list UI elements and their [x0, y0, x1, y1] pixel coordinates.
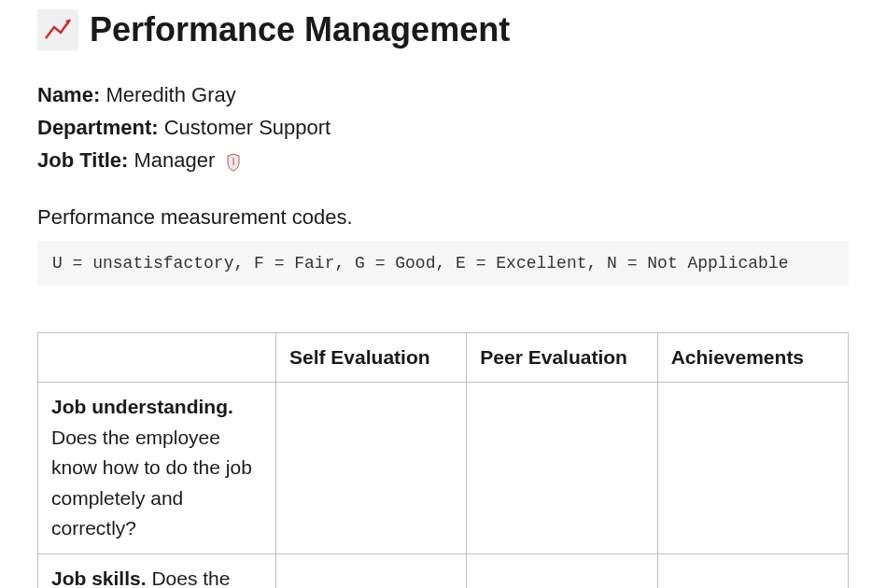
col-header-achievements: Achievements — [657, 332, 848, 383]
criteria-cell: Job skills. Does the employee process — [38, 553, 276, 588]
codes-block: U = unsatisfactory, F = Fair, G = Good, … — [37, 241, 849, 286]
job-title-label: Job Title: — [37, 148, 128, 172]
col-header-peer: Peer Evaluation — [467, 332, 657, 383]
name-label: Name: — [37, 83, 100, 106]
self-eval-cell[interactable] — [276, 553, 467, 588]
employee-job-title-line: Job Title: Manager — [37, 144, 849, 176]
row-desc: Does the employee know how to do the job… — [51, 427, 252, 539]
table-row: Job understanding. Does the employee kno… — [38, 383, 849, 554]
row-title: Job skills. — [51, 567, 147, 588]
col-header-criteria — [38, 332, 276, 383]
employee-name-line: Name: Meredith Gray — [37, 78, 849, 111]
row-title: Job understanding. — [51, 396, 233, 417]
shield-badge-icon — [226, 153, 241, 172]
evaluation-table: Self Evaluation Peer Evaluation Achievem… — [37, 332, 849, 588]
employee-department-line: Department: Customer Support — [37, 111, 849, 144]
table-row: Job skills. Does the employee process — [38, 553, 849, 588]
job-title-value: Manager — [134, 148, 216, 172]
achievements-cell[interactable] — [657, 553, 848, 588]
chart-icon — [37, 9, 78, 50]
col-header-self: Self Evaluation — [276, 332, 467, 383]
page-title: Performance Management — [90, 10, 510, 49]
department-value: Customer Support — [164, 116, 331, 139]
codes-label: Performance measurement codes. — [37, 205, 849, 230]
self-eval-cell[interactable] — [276, 383, 467, 554]
employee-info: Name: Meredith Gray Department: Customer… — [37, 78, 849, 177]
department-label: Department: — [37, 116, 159, 139]
peer-eval-cell[interactable] — [467, 553, 657, 588]
criteria-cell: Job understanding. Does the employee kno… — [38, 383, 276, 554]
table-header-row: Self Evaluation Peer Evaluation Achievem… — [38, 332, 849, 383]
title-row: Performance Management — [37, 9, 849, 50]
name-value: Meredith Gray — [105, 83, 235, 106]
achievements-cell[interactable] — [657, 383, 848, 554]
peer-eval-cell[interactable] — [467, 383, 657, 554]
